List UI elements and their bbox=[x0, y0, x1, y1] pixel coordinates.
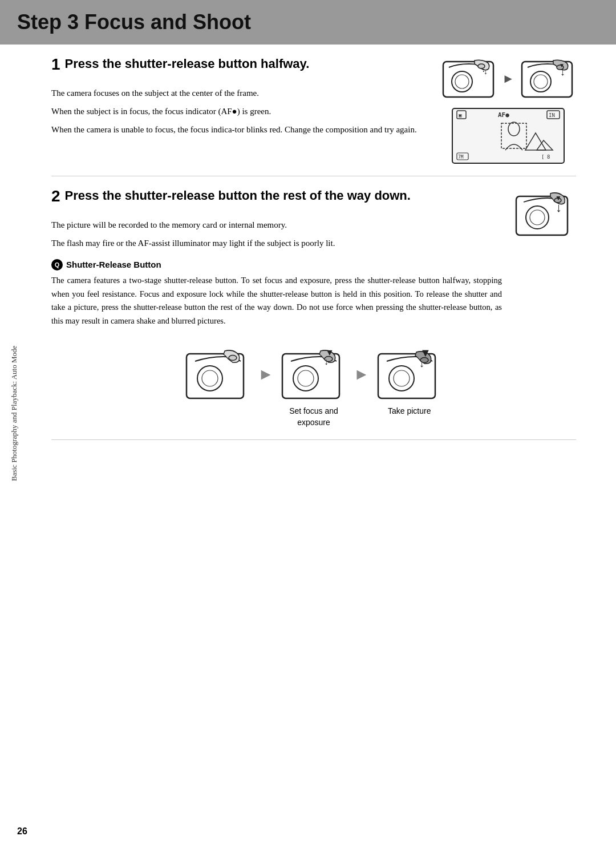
svg-text:▼: ▼ bbox=[559, 62, 565, 68]
illus-label-1: Set focus andexposure bbox=[289, 406, 338, 428]
svg-point-27 bbox=[530, 210, 545, 225]
step1-para1: The camera focuses on the subject at the… bbox=[51, 86, 429, 100]
page-number: 26 bbox=[17, 826, 27, 837]
step1-heading: Press the shutter-release button halfway… bbox=[51, 56, 429, 72]
step2-text: 2 Press the shutter-release button the r… bbox=[51, 188, 502, 328]
svg-point-36 bbox=[293, 366, 318, 391]
step1-section: 1 Press the shutter-release button halfw… bbox=[51, 56, 576, 176]
illustration-item-1 bbox=[184, 345, 252, 402]
step2-para1: The picture will be recorded to the memo… bbox=[51, 218, 502, 232]
step2-heading: Press the shutter-release button the res… bbox=[51, 188, 502, 204]
svg-text:7M: 7M bbox=[458, 155, 464, 160]
svg-text:▼: ▼ bbox=[325, 348, 334, 357]
step1-images: ↓ ► bbox=[440, 56, 576, 164]
illustration-row: ► ▼ ↓ Set focus andexposure bbox=[51, 345, 576, 428]
illustration-item-2: ▼ ↓ Set focus andexposure bbox=[279, 345, 348, 428]
svg-point-9 bbox=[534, 75, 548, 88]
step1-camera-halfpress: ↓ bbox=[440, 56, 497, 102]
step2-para2: The flash may fire or the AF-assist illu… bbox=[51, 236, 502, 250]
step1-viewfinder: ▣ AF● IN bbox=[451, 107, 565, 164]
svg-text:▣: ▣ bbox=[459, 112, 462, 118]
svg-text:[: [ bbox=[541, 154, 544, 160]
svg-point-37 bbox=[298, 370, 314, 386]
page-title: Step 3 Focus and Shoot bbox=[17, 10, 599, 34]
page-header: Step 3 Focus and Shoot bbox=[0, 0, 616, 45]
step1-arrow: ► bbox=[502, 71, 514, 86]
shutter-note-body: The camera features a two-stage shutter-… bbox=[51, 274, 502, 329]
svg-point-3 bbox=[455, 75, 469, 88]
illus-arrow-2: ► bbox=[354, 365, 370, 383]
svg-text:IN: IN bbox=[549, 112, 555, 118]
illus-label-2: Take picture bbox=[388, 406, 431, 417]
step1-text: 1 Press the shutter-release button halfw… bbox=[51, 56, 429, 141]
svg-point-26 bbox=[526, 206, 549, 229]
step2-section: 2 Press the shutter-release button the r… bbox=[51, 188, 576, 440]
shutter-note-icon: Q bbox=[51, 259, 63, 270]
illus-camera-2: ▼ ↓ bbox=[279, 345, 348, 402]
step1-number: 1 bbox=[51, 56, 60, 74]
svg-point-32 bbox=[197, 366, 222, 391]
step1-camera-fullpress: ↓ ▼ bbox=[519, 56, 576, 102]
svg-text:8: 8 bbox=[547, 154, 550, 160]
step2-images: ↓ ▼ bbox=[513, 188, 576, 239]
step2-body: The picture will be recorded to the memo… bbox=[51, 218, 502, 250]
svg-text:▼: ▼ bbox=[420, 346, 431, 359]
sidebar-label: Basic Photography and Playback: Auto Mod… bbox=[10, 367, 19, 481]
svg-point-42 bbox=[389, 366, 414, 391]
illustration-item-3: ▼ ↓ Take picture bbox=[375, 345, 444, 417]
illus-arrow-1: ► bbox=[258, 365, 274, 383]
svg-text:▼: ▼ bbox=[555, 194, 562, 202]
svg-text:↓: ↓ bbox=[419, 358, 424, 369]
step2-number: 2 bbox=[51, 188, 60, 205]
step1-para2: When the subject is in focus, the focus … bbox=[51, 104, 429, 118]
svg-text:↓: ↓ bbox=[484, 67, 488, 76]
step2-camera: ↓ ▼ bbox=[513, 188, 576, 239]
svg-text:AF●: AF● bbox=[498, 111, 509, 119]
illus-camera-1 bbox=[184, 345, 252, 402]
svg-point-31 bbox=[229, 356, 237, 361]
shutter-note: Q Shutter-Release Button The camera feat… bbox=[51, 259, 502, 329]
step1-para3: When the camera is unable to focus, the … bbox=[51, 123, 429, 136]
illus-camera-3: ▼ ↓ bbox=[375, 345, 444, 402]
svg-point-43 bbox=[394, 370, 410, 386]
svg-text:↓: ↓ bbox=[556, 200, 562, 215]
shutter-note-title-text: Shutter-Release Button bbox=[66, 260, 161, 269]
svg-point-33 bbox=[202, 370, 218, 386]
svg-text:↓: ↓ bbox=[324, 357, 329, 366]
step1-body: The camera focuses on the subject at the… bbox=[51, 86, 429, 136]
